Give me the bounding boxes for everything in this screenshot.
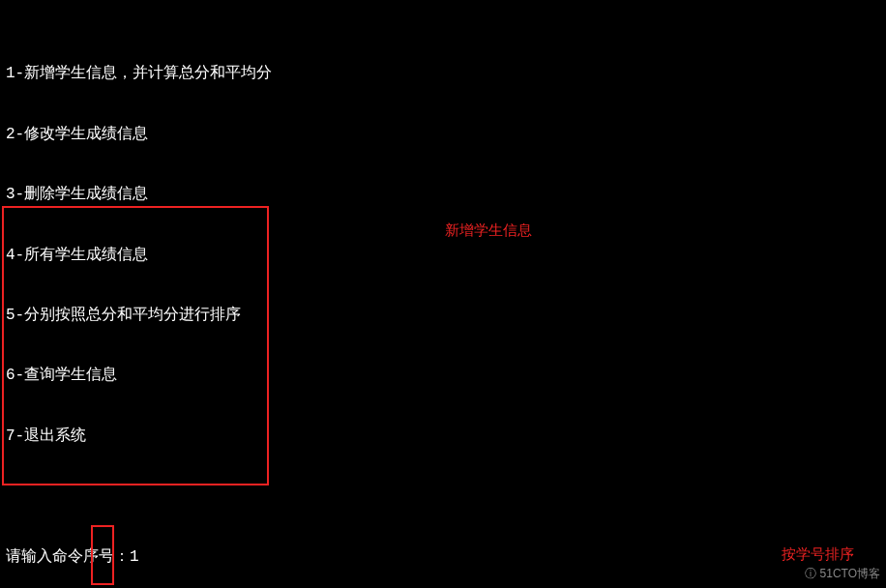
terminal-output: 1-新增学生信息，并计算总分和平均分 2-修改学生成绩信息 3-删除学生成绩信息… xyxy=(0,0,886,588)
menu-item-6: 6-查询学生信息 xyxy=(6,366,880,386)
blank-line xyxy=(6,486,880,507)
menu-item-7: 7-退出系统 xyxy=(6,426,880,447)
menu-item-3: 3-删除学生成绩信息 xyxy=(6,185,880,205)
menu-item-2: 2-修改学生成绩信息 xyxy=(6,125,880,145)
menu-item-5: 5-分别按照总分和平均分进行排序 xyxy=(6,306,880,326)
menu-item-4: 4-所有学生成绩信息 xyxy=(6,246,880,266)
prompt-command: 请输入命令序号：1 xyxy=(6,547,880,568)
menu-item-1: 1-新增学生信息，并计算总分和平均分 xyxy=(6,64,880,84)
